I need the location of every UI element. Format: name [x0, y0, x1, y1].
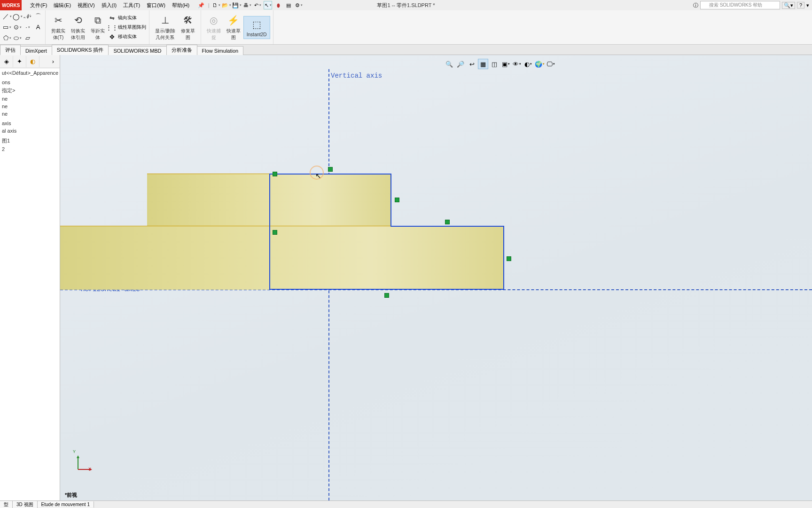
- feature-tree-tab-icon[interactable]: ◈: [0, 56, 13, 67]
- spline-tool-icon[interactable]: 𝒩: [23, 12, 32, 21]
- tab-mbd[interactable]: SOLIDWORKS MBD: [108, 46, 166, 55]
- help-balloon-icon[interactable]: ⓘ: [693, 2, 698, 9]
- sketch-edge[interactable]: [503, 226, 504, 290]
- zoom-fit-icon[interactable]: 🔍: [444, 59, 454, 69]
- help-button[interactable]: ?: [797, 2, 804, 8]
- property-tab-icon[interactable]: ✦: [13, 56, 26, 67]
- polygon-tool-icon[interactable]: ⬠: [3, 34, 11, 42]
- arc-tool-icon[interactable]: ⊙: [13, 23, 22, 32]
- tree-item[interactable]: ons: [2, 79, 58, 86]
- relations-group: ⊥显示/删除 几何关系 🛠修复草 图: [149, 10, 201, 44]
- offset-button[interactable]: ⧉等距实 体: [88, 12, 108, 42]
- tree-item[interactable]: ne: [2, 95, 58, 103]
- sketch-edge[interactable]: [269, 289, 504, 290]
- rebuild-icon[interactable]: ⬮: [274, 1, 282, 9]
- zoom-area-icon[interactable]: 🔎: [455, 59, 466, 69]
- mouse-cursor-icon: ↖: [315, 172, 321, 180]
- menu-help[interactable]: 帮助(H): [169, 1, 192, 10]
- sketch-relation-icon[interactable]: [384, 293, 389, 298]
- feature-tree[interactable]: ut<<Défaut>_Apparence Et ons 指定> ne ne n…: [0, 68, 60, 154]
- help-dropdown[interactable]: ▾: [806, 2, 809, 8]
- print-icon[interactable]: 🖶: [243, 1, 251, 9]
- tree-item[interactable]: ne: [2, 103, 58, 110]
- linear-pattern-button[interactable]: ⋮⋮线性草图阵列: [108, 23, 146, 32]
- tree-item[interactable]: al axis: [2, 127, 58, 135]
- menu-file[interactable]: 文件(F): [27, 1, 50, 10]
- sketch-relation-icon[interactable]: [273, 230, 277, 235]
- quick-access-toolbar: 📌 | 🗋 📂 💾 🖶 ↶ ↖ ⬮ ▤ ⚙: [197, 1, 303, 9]
- tree-item[interactable]: 2: [2, 145, 58, 153]
- convert-button[interactable]: ⟲转换实 体引用: [68, 12, 88, 42]
- render-icon[interactable]: 🖵: [546, 59, 556, 69]
- undo-icon[interactable]: ↶: [253, 1, 262, 9]
- sketch-relation-icon[interactable]: [507, 256, 511, 261]
- menu-window[interactable]: 窗口(W): [144, 1, 168, 10]
- open-file-icon[interactable]: 📂: [222, 1, 231, 9]
- main-area: ◈ ✦ ◐ › ut<<Défaut>_Apparence Et ons 指定>…: [0, 55, 812, 500]
- rectangle-tool-icon[interactable]: ▭: [3, 23, 11, 32]
- trim-button[interactable]: ✂剪裁实 体(T): [48, 12, 68, 42]
- pin-icon[interactable]: 📌: [197, 1, 205, 9]
- display-style-icon[interactable]: ▣: [500, 59, 511, 69]
- bottom-tab-model[interactable]: 型: [0, 501, 13, 508]
- expand-tabs-icon[interactable]: ›: [47, 56, 60, 67]
- line-tool-icon[interactable]: ／: [3, 12, 11, 21]
- menu-edit[interactable]: 编辑(E): [51, 1, 74, 10]
- rapid-sketch-button[interactable]: ⚡快速草 图: [224, 12, 243, 42]
- hide-show-icon[interactable]: 👁: [512, 59, 522, 69]
- sketch-edge[interactable]: [390, 226, 504, 227]
- prev-view-icon[interactable]: ↩: [467, 59, 477, 69]
- sketch-edge[interactable]: [269, 174, 391, 175]
- sketch-relation-icon[interactable]: [395, 198, 399, 202]
- tab-dimxpert[interactable]: DimXpert: [20, 46, 52, 55]
- tree-item[interactable]: 指定>: [2, 86, 58, 95]
- instant2d-button[interactable]: ⬚Instant2D: [243, 16, 270, 39]
- heads-up-toolbar: 🔍 🔎 ↩ ▦ ◫ ▣ 👁 ◐ 🌍 🖵: [443, 58, 557, 70]
- ellipse-tool-icon[interactable]: ⬭: [13, 34, 22, 42]
- select-icon[interactable]: ↖: [264, 1, 272, 9]
- bottom-tab-3dview[interactable]: 3D 视图: [13, 501, 38, 508]
- tree-root[interactable]: ut<<Défaut>_Apparence Et: [2, 69, 58, 77]
- search-input[interactable]: 搜索 SOLIDWORKS 帮助: [700, 1, 780, 9]
- feature-manager-panel: ◈ ✦ ◐ › ut<<Défaut>_Apparence Et ons 指定>…: [0, 55, 60, 500]
- menu-tools[interactable]: 工具(T): [120, 1, 143, 10]
- vertical-axis-label: Vertical axis: [331, 72, 382, 79]
- graphics-viewport[interactable]: 🔍 🔎 ↩ ▦ ◫ ▣ 👁 ◐ 🌍 🖵 Vertical axis Horizo…: [60, 55, 812, 500]
- point-tool-icon[interactable]: ·: [23, 23, 32, 32]
- menu-insert[interactable]: 插入(I): [99, 1, 119, 10]
- options-list-icon[interactable]: ▤: [284, 1, 293, 9]
- circle-tool-icon[interactable]: ◯: [13, 12, 22, 21]
- menu-bar: 文件(F) 编辑(E) 视图(V) 插入(I) 工具(T) 窗口(W) 帮助(H…: [27, 1, 192, 10]
- move-button[interactable]: ✥移动实体: [108, 32, 146, 41]
- sketch-relation-icon[interactable]: [273, 172, 277, 176]
- section-view-icon[interactable]: ▦: [478, 59, 488, 69]
- tree-item[interactable]: ne: [2, 110, 58, 118]
- scene-icon[interactable]: ◐: [523, 59, 533, 69]
- fillet-tool-icon[interactable]: ⌒: [34, 12, 42, 21]
- appearance-icon[interactable]: 🌍: [534, 59, 545, 69]
- search-icon[interactable]: 🔍▾: [782, 2, 795, 9]
- repair-sketch-button[interactable]: 🛠修复草 图: [178, 12, 198, 42]
- slot-tool-icon[interactable]: ▱: [23, 34, 32, 42]
- config-tab-icon[interactable]: ◐: [26, 56, 39, 67]
- tab-flow-sim[interactable]: Flow Simulation: [197, 46, 244, 55]
- tab-analysis-prep[interactable]: 分析准备: [166, 45, 197, 55]
- bottom-tab-motion[interactable]: Etude de mouvement 1: [38, 501, 94, 508]
- sketch-relation-icon[interactable]: [328, 167, 333, 172]
- mirror-button[interactable]: ⇋镜向实体: [108, 14, 146, 22]
- tree-item[interactable]: axis: [2, 119, 58, 127]
- new-file-icon[interactable]: 🗋: [212, 1, 220, 9]
- menu-view[interactable]: 视图(V): [75, 1, 98, 10]
- text-tool-icon[interactable]: A: [34, 23, 42, 32]
- show-relations-button[interactable]: ⊥显示/删除 几何关系: [152, 12, 178, 42]
- save-icon[interactable]: 💾: [233, 1, 241, 9]
- sketch-relation-icon[interactable]: [445, 220, 450, 224]
- view-orient-icon[interactable]: ◫: [489, 59, 500, 69]
- tree-item[interactable]: 图1: [2, 136, 58, 145]
- tab-evaluate[interactable]: 评估: [0, 45, 21, 55]
- settings-icon[interactable]: ⚙: [295, 1, 303, 9]
- sketch-edge[interactable]: [269, 174, 270, 290]
- tab-plugins[interactable]: SOLIDWORKS 插件: [52, 45, 109, 55]
- sketch-edge[interactable]: [390, 174, 391, 227]
- separator: |: [207, 1, 210, 9]
